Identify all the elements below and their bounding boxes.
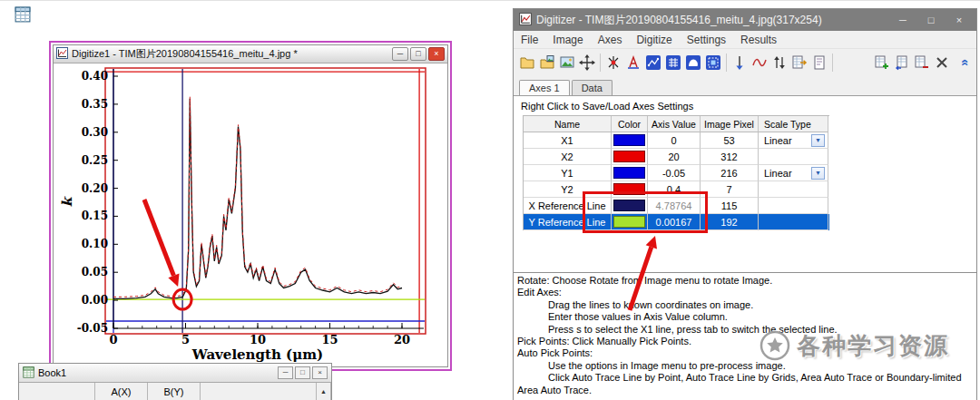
column-header[interactable]: Image Pixel (701, 116, 759, 132)
book1-window: Book1 ─ □ × A(X) B(Y) ▲ (18, 363, 332, 400)
column-header[interactable]: Axis Value (648, 116, 701, 132)
axis-value-cell[interactable]: 0 (648, 132, 701, 149)
minimize-button[interactable]: ─ (278, 366, 293, 379)
close-button[interactable]: × (947, 11, 971, 29)
color-swatch[interactable] (613, 200, 645, 211)
maximize-button[interactable]: □ (295, 366, 310, 379)
scale-type-dropdown[interactable]: ▼ (811, 134, 825, 147)
table-header-row: NameColorAxis ValueImage PixelScale Type (524, 116, 829, 132)
column-header[interactable]: Name (524, 116, 612, 132)
axes-table-row[interactable]: Y Reference Line0.00167192 (524, 214, 829, 230)
digitizer-toolbar: » (514, 49, 976, 76)
axes-table-row[interactable]: X Reference Line4.78764115 (524, 198, 829, 214)
axis-value-cell[interactable]: 0.4 (648, 181, 701, 198)
menu-axes[interactable]: Axes (591, 34, 630, 46)
axis-value-cell[interactable]: 20 (648, 149, 701, 165)
svg-text:0.00: 0.00 (82, 294, 108, 307)
row-color-cell (612, 149, 648, 165)
open-image-icon[interactable] (537, 53, 557, 73)
minimize-button[interactable]: ─ (891, 11, 915, 29)
delete-points-icon[interactable] (730, 53, 750, 73)
import-image-icon[interactable] (557, 53, 577, 73)
scale-type-dropdown[interactable]: ▼ (811, 167, 825, 180)
maximize-button[interactable]: □ (919, 11, 943, 29)
svg-text:0: 0 (109, 333, 117, 346)
column-header-a[interactable]: A(X) (95, 383, 148, 400)
digitize-window-titlebar[interactable]: Digitize1 - TIM图片20190804155416_meitu_4.… (54, 45, 447, 63)
worksheet-corner-cell[interactable] (19, 383, 95, 400)
digitizer-titlebar[interactable]: Digitizer - TIM图片20190804155416_meitu_4.… (514, 9, 976, 31)
move-axes-icon[interactable] (577, 53, 597, 73)
svg-text:-0.05: -0.05 (77, 322, 108, 335)
collapse-toolbar-icon[interactable]: » (956, 54, 971, 72)
image-pixel-cell: 115 (701, 198, 759, 214)
edit-axes-icon[interactable] (623, 53, 643, 73)
menu-image[interactable]: Image (545, 34, 590, 46)
svg-text:0.15: 0.15 (82, 210, 108, 222)
restore-button[interactable]: □ (410, 47, 426, 61)
axis-value-cell[interactable]: -0.05 (648, 165, 701, 181)
row-color-cell (612, 132, 648, 149)
menu-results[interactable]: Results (733, 34, 784, 46)
axes-table-row[interactable]: X1053Linear▼ (524, 132, 829, 149)
close-tool-icon[interactable] (932, 53, 952, 73)
watermark-logo-icon (759, 329, 791, 362)
book1-titlebar[interactable]: Book1 ─ □ × (19, 364, 331, 383)
svg-text:0.35: 0.35 (82, 98, 108, 111)
pick-points-icon[interactable] (603, 53, 623, 73)
axes-table-row[interactable]: Y20.47 (524, 181, 829, 198)
row-name-cell: X2 (524, 149, 612, 165)
tab-axes1[interactable]: Axes 1 (519, 80, 570, 95)
boundary-area-trace-icon[interactable] (703, 53, 723, 73)
color-swatch[interactable] (613, 134, 645, 146)
reorder-points-icon[interactable] (769, 53, 789, 73)
axes-table-row[interactable]: Y1-0.05216Linear▼ (524, 165, 829, 181)
color-swatch[interactable] (613, 183, 645, 195)
report-icon[interactable] (809, 53, 829, 73)
axes-table-row[interactable]: X220312 (524, 149, 829, 165)
scale-type-cell: Linear▼ (759, 165, 828, 181)
scale-type-cell (759, 149, 828, 165)
digitize-image-window: Digitize1 - TIM图片20190804155416_meitu_4.… (53, 44, 448, 367)
remove-data-icon[interactable] (912, 53, 932, 73)
scroll-up-button[interactable]: ▲ (316, 383, 331, 400)
column-header-b[interactable]: B(Y) (148, 383, 201, 400)
worksheet-icon[interactable] (15, 6, 31, 26)
new-data-icon[interactable] (872, 53, 892, 73)
next-line-icon[interactable] (892, 53, 912, 73)
minimize-button[interactable]: ─ (392, 47, 408, 61)
auto-trace-grids-icon[interactable] (663, 53, 683, 73)
area-auto-trace-icon[interactable] (683, 53, 703, 73)
open-icon[interactable] (517, 53, 537, 73)
menu-file[interactable]: File (514, 34, 545, 46)
close-button[interactable]: × (312, 366, 328, 379)
digitize-graph-icon (56, 47, 68, 61)
digitized-chart[interactable]: 0.400.350.300.250.200.150.100.050.00-0.0… (54, 63, 447, 366)
color-swatch[interactable] (613, 216, 645, 228)
help-line: Drag the lines to known coordinates on i… (517, 299, 973, 311)
svg-text:Wavelength (μm): Wavelength (μm) (191, 346, 323, 363)
menu-settings[interactable]: Settings (680, 34, 733, 46)
column-header[interactable]: Scale Type (759, 116, 828, 132)
image-pixel-cell: 7 (701, 181, 759, 198)
svg-text:10: 10 (250, 333, 266, 346)
goto-data-icon[interactable] (789, 53, 809, 73)
auto-trace-point-icon[interactable] (643, 53, 663, 73)
color-swatch[interactable] (613, 167, 645, 179)
svg-text:15: 15 (321, 333, 338, 346)
digitizer-title: Digitizer - TIM图片20190804155416_meitu_4.… (536, 13, 887, 28)
digitizer-tabs: Axes 1 Data (514, 76, 976, 95)
color-swatch[interactable] (613, 151, 645, 162)
column-header[interactable]: Color (612, 116, 648, 132)
svg-text:20: 20 (394, 333, 410, 346)
axis-value-cell[interactable]: 0.00167 (648, 214, 701, 230)
menu-digitize[interactable]: Digitize (629, 34, 679, 46)
axis-value-cell[interactable]: 4.78764 (648, 198, 701, 214)
row-name-cell: Y1 (524, 165, 612, 181)
close-button[interactable]: × (428, 47, 445, 61)
help-line: Enter those values in Axis Value column. (517, 311, 973, 323)
smooth-points-icon[interactable] (750, 53, 769, 73)
watermark-text: 各种学习资源 (797, 330, 949, 362)
help-line: Click Auto Trace Line by Point, Auto Tra… (517, 372, 973, 384)
tab-data[interactable]: Data (572, 80, 612, 95)
